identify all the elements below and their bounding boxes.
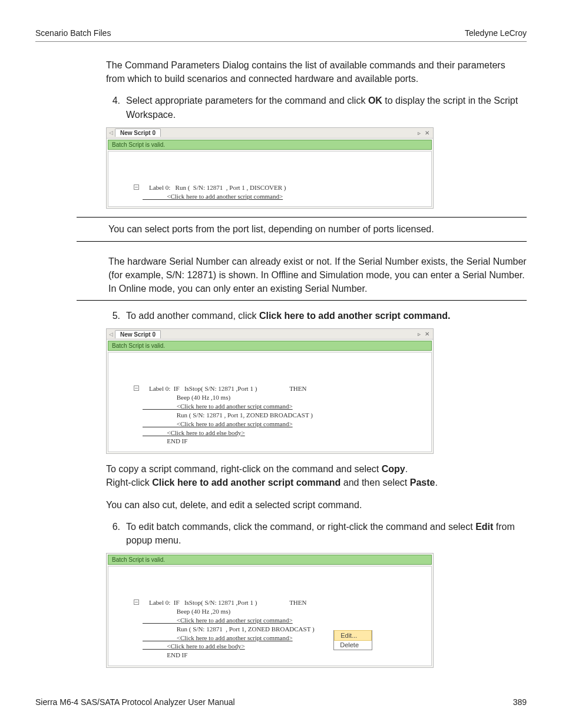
step-5-text-pre: To add another command, click	[126, 311, 259, 321]
script-line-endif[interactable]: END IF	[143, 651, 315, 660]
tab-close-icon[interactable]: ▹ ✕	[418, 331, 431, 337]
step-5-bold: Click here to add another script command…	[259, 311, 451, 321]
copy-paragraph: To copy a script command, right-click on…	[106, 462, 527, 489]
step-6-text-pre: To edit batch commands, click the comman…	[126, 522, 475, 532]
step-5-number: 5.	[106, 309, 126, 322]
add-command-link[interactable]: <Click here to add another script comman…	[143, 420, 313, 429]
add-command-link[interactable]: <Click here to add another script comman…	[143, 192, 286, 201]
note-serial: The hardware Serial Number can already e…	[77, 250, 527, 301]
paste-bold2: Paste	[410, 477, 435, 487]
intro-paragraph: The Command Parameters Dialog contains t…	[106, 58, 527, 85]
page-header: Scenario Batch Files Teledyne LeCroy	[35, 28, 527, 42]
collapse-toggle-icon[interactable]	[134, 386, 139, 391]
tab-close-icon[interactable]: ▹ ✕	[418, 130, 431, 136]
note-ports-text: You can select ports from the port list,…	[77, 218, 527, 241]
step-4-bold: OK	[368, 95, 382, 106]
copy-bold: Copy	[382, 464, 405, 474]
paste-pre: Right-click	[106, 477, 152, 487]
script-line-beep[interactable]: Beep (40 Hz ,10 ms)	[143, 393, 313, 402]
collapse-toggle-icon[interactable]	[134, 599, 139, 605]
valid-status-bar: Batch Script is valid.	[108, 555, 432, 565]
add-command-link[interactable]: <Click here to add another script comman…	[143, 634, 315, 643]
script-line-run[interactable]: Label 0: Run ( S/N: 12871 , Port 1 , DIS…	[143, 183, 286, 192]
header-left: Scenario Batch Files	[35, 28, 111, 38]
step-4-text-pre: Select appropriate parameters for the co…	[126, 95, 368, 106]
tab-nav-left-icon[interactable]: ◁	[107, 130, 115, 136]
add-command-link[interactable]: <Click here to add another script comman…	[143, 616, 315, 625]
add-command-link[interactable]: <Click here to add another script comman…	[143, 402, 313, 411]
cut-delete-paragraph: You can also cut, delete, and edit a sel…	[106, 498, 527, 512]
step-6: 6. To edit batch commands, click the com…	[106, 520, 527, 547]
note-serial-text: The hardware Serial Number can already e…	[77, 250, 527, 301]
script-line-beep[interactable]: Beep (40 Hz ,20 ms)	[143, 607, 315, 616]
collapse-toggle-icon[interactable]	[134, 185, 139, 190]
screenshot-2-tabbar: ◁ New Script 0 ▹ ✕	[107, 329, 433, 340]
script-tab[interactable]: New Script 0	[115, 129, 161, 137]
screenshot-1-tabbar: ◁ New Script 0 ▹ ✕	[107, 128, 433, 139]
script-line-run[interactable]: Run ( S/N: 12871 , Port 1, ZONED BROADCA…	[143, 411, 313, 420]
add-else-link[interactable]: <Click here to add else body>	[143, 642, 315, 651]
paste-bold1: Click here to add another script command	[152, 477, 340, 487]
valid-status-bar: Batch Script is valid.	[108, 341, 432, 351]
step-4: 4. Select appropriate parameters for the…	[106, 94, 527, 121]
script-workspace[interactable]: Label 0: IF IsStop( S/N: 12871 ,Port 1 )…	[108, 566, 432, 666]
script-line-run[interactable]: Run ( S/N: 12871 , Port 1, ZONED BROADCA…	[143, 625, 315, 634]
step-6-number: 6.	[106, 520, 126, 547]
script-workspace[interactable]: Label 0: Run ( S/N: 12871 , Port 1 , DIS…	[108, 151, 432, 207]
footer-page-number: 389	[513, 697, 527, 707]
step-5: 5. To add another command, click Click h…	[106, 309, 527, 322]
screenshot-2: ◁ New Script 0 ▹ ✕ Batch Script is valid…	[106, 328, 434, 454]
script-line-endif[interactable]: END IF	[143, 437, 313, 446]
note-ports: You can select ports from the port list,…	[77, 217, 527, 241]
script-tab[interactable]: New Script 0	[115, 330, 161, 338]
copy-pre: To copy a script command, right-click on…	[106, 464, 382, 474]
tab-nav-left-icon[interactable]: ◁	[107, 331, 115, 337]
context-menu: Edit... Delete	[333, 630, 372, 650]
script-workspace[interactable]: Label 0: IF IsStop( S/N: 12871 ,Port 1 )…	[108, 352, 432, 452]
step-4-number: 4.	[106, 94, 126, 121]
screenshot-3: Batch Script is valid. Label 0: IF IsSto…	[106, 553, 434, 668]
copy-post: .	[405, 464, 408, 474]
context-menu-delete[interactable]: Delete	[334, 640, 372, 650]
header-right: Teledyne LeCroy	[465, 28, 527, 38]
script-line-if[interactable]: Label 0: IF IsStop( S/N: 12871 ,Port 1 )…	[143, 598, 315, 607]
paste-mid: and then select	[340, 477, 409, 487]
add-else-link[interactable]: <Click here to add else body>	[143, 429, 313, 437]
page-footer: Sierra M6-4 SAS/SATA Protocol Analyzer U…	[35, 697, 527, 707]
step-6-bold: Edit	[475, 522, 493, 532]
valid-status-bar: Batch Script is valid.	[108, 140, 432, 150]
paste-post: .	[435, 477, 437, 487]
footer-left: Sierra M6-4 SAS/SATA Protocol Analyzer U…	[35, 697, 235, 707]
screenshot-1: ◁ New Script 0 ▹ ✕ Batch Script is valid…	[106, 127, 434, 209]
script-line-if[interactable]: Label 0: IF IsStop( S/N: 12871 ,Port 1 )…	[143, 384, 313, 393]
context-menu-edit[interactable]: Edit...	[334, 630, 372, 641]
